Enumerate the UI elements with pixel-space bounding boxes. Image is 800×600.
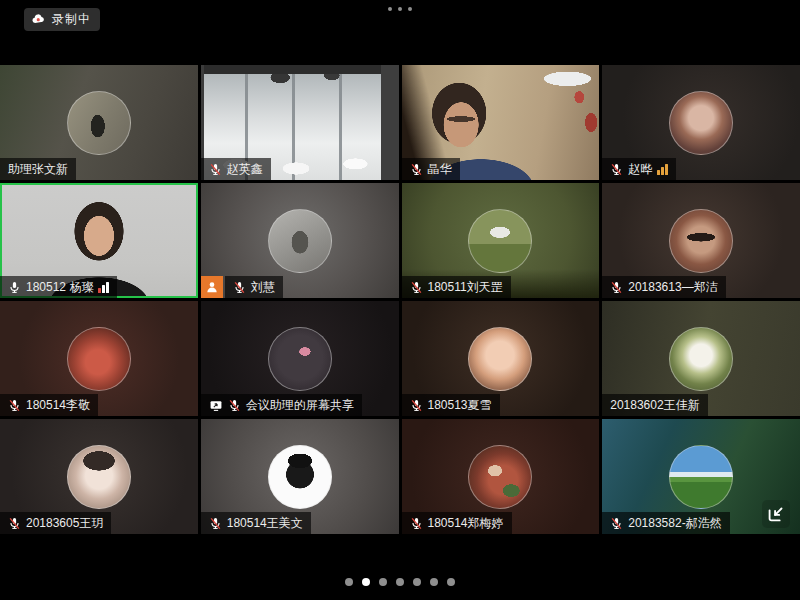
name-label: 20183605王玥 bbox=[0, 512, 111, 534]
video-tile-1[interactable]: 助理张文新 bbox=[0, 65, 198, 180]
name-label: 晶华 bbox=[402, 158, 460, 180]
top-bar: 录制中 bbox=[0, 0, 800, 65]
page-indicator bbox=[0, 578, 800, 586]
record-cloud-icon bbox=[31, 12, 46, 27]
name-label-row: 会议助理的屏幕共享 bbox=[201, 394, 362, 416]
participant-name: 180513夏雪 bbox=[428, 397, 492, 414]
video-tile-15[interactable]: 180514郑梅婷 bbox=[402, 419, 600, 534]
mic-muted-icon bbox=[209, 163, 222, 176]
participant-name: 20183582-郝浩然 bbox=[628, 515, 721, 532]
popout-view-button[interactable] bbox=[762, 500, 790, 528]
participant-avatar bbox=[669, 91, 733, 155]
video-tile-14[interactable]: 180514王美文 bbox=[201, 419, 399, 534]
participant-name: 180511刘天罡 bbox=[428, 279, 503, 296]
mic-muted-icon bbox=[610, 281, 623, 294]
mic-muted-icon bbox=[410, 163, 423, 176]
name-label-row: 赵晔 bbox=[602, 158, 676, 180]
more-menu-icon[interactable] bbox=[388, 7, 412, 11]
network-signal-icon bbox=[657, 164, 668, 175]
meeting-window: 录制中 助理张文新赵英鑫晶华赵晔180512 杨璨刘慧180511刘天罡2018… bbox=[0, 0, 800, 600]
mic-muted-icon bbox=[410, 399, 423, 412]
video-tile-6[interactable]: 刘慧 bbox=[201, 183, 399, 298]
name-label-row: 刘慧 bbox=[201, 276, 283, 298]
name-label: 赵晔 bbox=[602, 158, 676, 180]
page-dot-2[interactable] bbox=[362, 578, 370, 586]
video-tile-10[interactable]: 会议助理的屏幕共享 bbox=[201, 301, 399, 416]
video-tile-12[interactable]: 20183602王佳新 bbox=[602, 301, 800, 416]
participant-name: 刘慧 bbox=[251, 279, 275, 296]
participant-name: 会议助理的屏幕共享 bbox=[246, 397, 354, 414]
name-label-row: 180514王美文 bbox=[201, 512, 311, 534]
video-tile-8[interactable]: 20183613—郑洁 bbox=[602, 183, 800, 298]
mic-muted-icon bbox=[410, 517, 423, 530]
mic-muted-icon bbox=[233, 281, 246, 294]
screen-share-icon bbox=[209, 399, 223, 412]
participant-name: 赵晔 bbox=[628, 161, 652, 178]
name-label-row: 180512 杨璨 bbox=[0, 276, 117, 298]
network-signal-icon bbox=[98, 282, 109, 293]
participant-name: 180512 杨璨 bbox=[26, 279, 93, 296]
name-label-row: 20183605王玥 bbox=[0, 512, 111, 534]
name-label: 180514王美文 bbox=[201, 512, 311, 534]
video-tile-7[interactable]: 180511刘天罡 bbox=[402, 183, 600, 298]
video-tile-5[interactable]: 180512 杨璨 bbox=[0, 183, 198, 298]
participant-avatar bbox=[268, 445, 332, 509]
mic-muted-icon bbox=[8, 517, 21, 530]
participant-avatar bbox=[468, 445, 532, 509]
participant-avatar bbox=[67, 91, 131, 155]
participant-name: 赵英鑫 bbox=[227, 161, 263, 178]
mic-muted-icon bbox=[610, 517, 623, 530]
participant-avatar bbox=[268, 209, 332, 273]
participant-avatar bbox=[67, 445, 131, 509]
name-label: 180513夏雪 bbox=[402, 394, 500, 416]
participant-avatar bbox=[669, 327, 733, 391]
participant-name: 180514郑梅婷 bbox=[428, 515, 504, 532]
name-label-row: 180511刘天罡 bbox=[402, 276, 511, 298]
name-label: 会议助理的屏幕共享 bbox=[201, 394, 362, 416]
name-label-row: 180514李敬 bbox=[0, 394, 98, 416]
video-tile-11[interactable]: 180513夏雪 bbox=[402, 301, 600, 416]
name-label-row: 晶华 bbox=[402, 158, 460, 180]
page-dot-5[interactable] bbox=[413, 578, 421, 586]
name-label: 180512 杨璨 bbox=[0, 276, 117, 298]
video-tile-4[interactable]: 赵晔 bbox=[602, 65, 800, 180]
name-label-row: 助理张文新 bbox=[0, 158, 76, 180]
name-label: 180511刘天罡 bbox=[402, 276, 511, 298]
participant-avatar bbox=[268, 327, 332, 391]
participant-avatar bbox=[669, 445, 733, 509]
participant-name: 180514李敬 bbox=[26, 397, 90, 414]
mic-muted-icon bbox=[410, 281, 423, 294]
name-label: 助理张文新 bbox=[0, 158, 76, 180]
participant-name: 晶华 bbox=[428, 161, 452, 178]
name-label-row: 赵英鑫 bbox=[201, 158, 271, 180]
page-dot-3[interactable] bbox=[379, 578, 387, 586]
video-tile-16[interactable]: 20183582-郝浩然 bbox=[602, 419, 800, 534]
page-dot-6[interactable] bbox=[430, 578, 438, 586]
name-label: 20183613—郑洁 bbox=[602, 276, 725, 298]
name-label: 20183582-郝浩然 bbox=[602, 512, 729, 534]
name-label: 180514李敬 bbox=[0, 394, 98, 416]
mic-muted-icon bbox=[228, 399, 241, 412]
video-tile-9[interactable]: 180514李敬 bbox=[0, 301, 198, 416]
name-label-row: 180514郑梅婷 bbox=[402, 512, 512, 534]
participant-avatar bbox=[468, 209, 532, 273]
presenter-badge-icon bbox=[201, 276, 223, 298]
name-label: 20183602王佳新 bbox=[602, 394, 707, 416]
recording-badge[interactable]: 录制中 bbox=[24, 8, 100, 31]
participant-avatar bbox=[468, 327, 532, 391]
participant-name: 助理张文新 bbox=[8, 161, 68, 178]
video-tile-13[interactable]: 20183605王玥 bbox=[0, 419, 198, 534]
recording-label: 录制中 bbox=[52, 11, 91, 28]
page-dot-4[interactable] bbox=[396, 578, 404, 586]
record-dot bbox=[37, 18, 40, 21]
mic-muted-icon bbox=[610, 163, 623, 176]
participant-name: 20183613—郑洁 bbox=[628, 279, 717, 296]
video-tile-3[interactable]: 晶华 bbox=[402, 65, 600, 180]
page-dot-1[interactable] bbox=[345, 578, 353, 586]
mic-muted-icon bbox=[8, 399, 21, 412]
page-dot-7[interactable] bbox=[447, 578, 455, 586]
mic-muted-icon bbox=[209, 517, 222, 530]
participant-avatar bbox=[669, 209, 733, 273]
participant-name: 180514王美文 bbox=[227, 515, 303, 532]
video-tile-2[interactable]: 赵英鑫 bbox=[201, 65, 399, 180]
